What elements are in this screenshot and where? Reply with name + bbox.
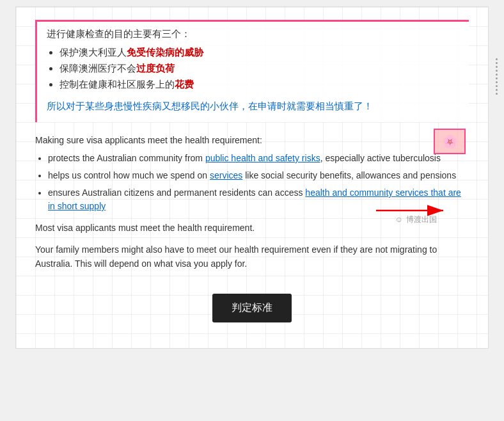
item1-prefix: protects the Australian community from (48, 153, 205, 163)
chinese-item-2-prefix: 保障澳洲医疗不会 (59, 63, 136, 74)
judge-standard-button[interactable]: 判定标准 (212, 294, 292, 322)
chinese-item-3-bold: 花费 (175, 79, 194, 90)
chinese-intro-text: 进行健康检查的目的主要有三个： (47, 28, 459, 40)
watermark-icon: ☺ (395, 215, 403, 224)
chinese-item-1-prefix: 保护澳大利亚人 (59, 47, 127, 58)
services-link[interactable]: services (210, 170, 242, 180)
public-health-link[interactable]: public health and safety risks (205, 153, 320, 163)
button-container: 判定标准 (35, 294, 469, 322)
page-container: 进行健康检查的目的主要有三个： 保护澳大利亚人免受传染病的威胁 保障澳洲医疗不会… (15, 6, 489, 349)
chinese-item-3-prefix: 控制在健康和社区服务上的 (59, 79, 175, 90)
chinese-list-item-1: 保护澳大利亚人免受传染病的威胁 (59, 47, 459, 59)
content-wrapper: 进行健康检查的目的主要有三个： 保护澳大利亚人免受传染病的威胁 保障澳洲医疗不会… (35, 20, 469, 322)
chinese-list: 保护澳大利亚人免受传染病的威胁 保障澳洲医疗不会过度负荷 控制在健康和社区服务上… (47, 47, 459, 91)
english-intro-text: Making sure visa applicants meet the hea… (35, 135, 469, 145)
item2-prefix: helps us control how much we spend on (48, 170, 210, 180)
watermark-text: 博渡出国 (406, 214, 437, 225)
chinese-highlight-text: 所以对于某些身患慢性疾病又想移民的小伙伴，在申请时就需要相当慎重了！ (47, 100, 459, 113)
chinese-list-item-2: 保障澳洲医疗不会过度负荷 (59, 63, 459, 75)
chinese-item-1-bold: 免受传染病的威胁 (127, 47, 203, 58)
english-list-item-2: helps us control how much we spend on se… (48, 169, 469, 182)
pink-flower-decoration: 🌸 (434, 129, 466, 154)
item2-suffix: like social security benefits, allowance… (242, 170, 456, 180)
english-section: Making sure visa applicants meet the hea… (35, 135, 469, 271)
watermark: ☺ 博渡出国 (395, 214, 437, 225)
vertical-dots-decoration (496, 58, 498, 95)
chinese-info-box: 进行健康检查的目的主要有三个： 保护澳大利亚人免受传染病的威胁 保障澳洲医疗不会… (35, 20, 469, 122)
chinese-item-2-bold: 过度负荷 (136, 63, 175, 74)
item1-suffix: , especially active tuberculosis (320, 153, 441, 163)
chinese-list-item-3: 控制在健康和社区服务上的花费 (59, 79, 459, 91)
family-requirement-text: Your family members might also have to m… (35, 242, 469, 271)
family-section: Your family members might also have to m… (35, 242, 469, 271)
english-list-item-1: protects the Australian community from p… (48, 152, 469, 165)
item3-prefix: ensures Australian citizens and permanen… (48, 187, 305, 198)
